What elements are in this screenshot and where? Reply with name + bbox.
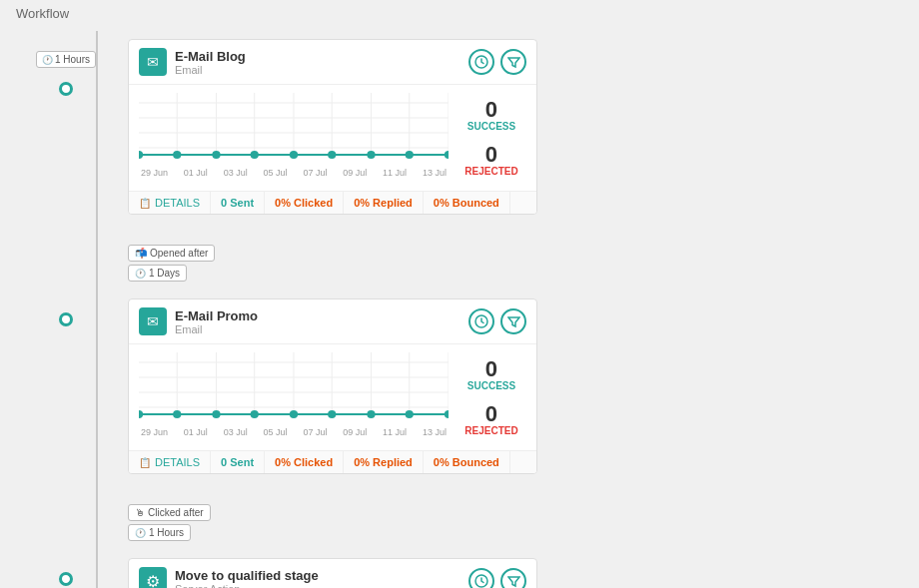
step2-opened-badge: 📬 Opened after [128, 245, 215, 262]
step2-replied: 0% Replied [344, 451, 424, 473]
step1-success-value: 0 [467, 99, 515, 121]
step2-subtitle: Email [175, 323, 460, 335]
step2-bounced: 0% Bounced [424, 451, 510, 473]
step2-chart-btn[interactable] [468, 308, 494, 334]
step2-filter-btn[interactable] [500, 308, 526, 334]
step2-card: ✉ E-Mail Promo Email [128, 298, 537, 474]
step2-details-btn[interactable]: 📋 DETAILS [129, 451, 211, 473]
step3-title: Move to qualified stage [175, 568, 460, 583]
step3-subtitle: Server Action [175, 583, 460, 589]
svg-point-42 [406, 410, 414, 418]
step2-days-badge: 🕐 1 Days [128, 265, 187, 282]
svg-point-21 [445, 151, 449, 159]
svg-point-14 [173, 151, 181, 159]
step2-success-label: SUCCESS [467, 380, 515, 391]
step1-filter-btn[interactable] [500, 49, 526, 75]
step2-chart-labels: 29 Jun01 Jul03 Jul05 Jul07 Jul09 Jul11 J… [139, 427, 449, 437]
svg-point-37 [212, 410, 220, 418]
step3-filter-btn[interactable] [500, 568, 526, 588]
svg-point-41 [367, 410, 375, 418]
step3-clicked-badge: 🖱 Clicked after [128, 504, 211, 521]
step1-title: E-Mail Blog [175, 49, 460, 64]
step3-card: ⚙ Move to qualified stage Server Action [128, 558, 537, 588]
step3-dot [59, 572, 73, 586]
step2-dot [59, 312, 73, 326]
svg-point-38 [251, 410, 259, 418]
step3-hours-badge: 🕐 1 Hours [128, 524, 191, 541]
step2-clicked: 0% Clicked [265, 451, 344, 473]
step2-success-value: 0 [467, 358, 515, 380]
svg-point-17 [290, 151, 298, 159]
step2-sent: 0 Sent [211, 451, 265, 473]
svg-point-13 [139, 151, 143, 159]
step2-title: E-Mail Promo [175, 308, 460, 323]
step2-rejected-value: 0 [464, 403, 517, 425]
step3-chart-btn[interactable] [468, 568, 494, 588]
svg-point-19 [367, 151, 375, 159]
step3-action-icon: ⚙ [139, 567, 167, 588]
svg-point-40 [328, 410, 336, 418]
page-title: Workflow [0, 0, 919, 31]
step1-card: ✉ E-Mail Blog Email [128, 39, 537, 215]
step1-timing: 🕐 1 Hours [36, 51, 96, 68]
svg-point-16 [251, 151, 259, 159]
svg-point-20 [406, 151, 414, 159]
step1-bounced: 0% Bounced [424, 192, 510, 214]
step1-replied: 0% Replied [344, 192, 424, 214]
step1-clicked: 0% Clicked [265, 192, 344, 214]
step1-chart-btn[interactable] [468, 49, 494, 75]
svg-point-36 [173, 410, 181, 418]
step2-email-icon: ✉ [139, 307, 167, 335]
svg-point-15 [212, 151, 220, 159]
step1-sent: 0 Sent [211, 192, 265, 214]
step2-rejected-label: REJECTED [464, 425, 517, 436]
step1-chart-labels: 29 Jun01 Jul03 Jul05 Jul07 Jul09 Jul11 J… [139, 168, 449, 178]
step1-dot [59, 82, 73, 96]
step1-success-label: SUCCESS [467, 121, 515, 132]
svg-point-35 [139, 410, 143, 418]
svg-point-43 [445, 410, 449, 418]
step1-subtitle: Email [175, 64, 460, 76]
step1-email-icon: ✉ [139, 48, 167, 76]
svg-point-39 [290, 410, 298, 418]
svg-point-18 [328, 151, 336, 159]
step1-rejected-value: 0 [464, 144, 517, 166]
step1-rejected-label: REJECTED [464, 166, 517, 177]
step1-details-btn[interactable]: 📋 DETAILS [129, 192, 211, 214]
